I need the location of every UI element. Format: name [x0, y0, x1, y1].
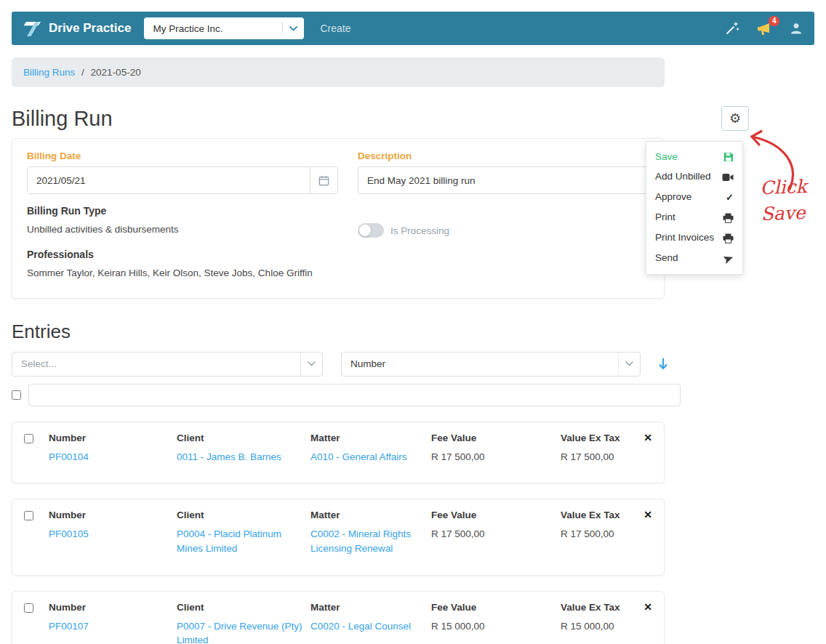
create-menu-item[interactable]: Create: [320, 23, 350, 34]
menu-item-add-unbilled[interactable]: Add Unbilled: [646, 167, 742, 188]
entry-card: Number Client Matter Fee Value Value Ex …: [12, 591, 665, 644]
col-header-value-ex-tax: Value Ex Tax: [561, 510, 635, 520]
entry-value-ex-tax: R 17 500,00: [561, 450, 635, 464]
brand[interactable]: Drive Practice: [23, 20, 131, 37]
breadcrumb-current: 2021-05-20: [91, 67, 141, 78]
menu-item-save[interactable]: Save: [646, 147, 742, 167]
gear-actions-button[interactable]: ⚙: [721, 106, 749, 131]
entries-filters: Select... Number: [12, 352, 814, 377]
entry-value-ex-tax: R 17 500,00: [561, 527, 635, 555]
col-header-number: Number: [49, 432, 171, 443]
col-header-matter: Matter: [310, 510, 425, 520]
entries-title: Entries: [12, 321, 814, 343]
col-header-fee-value: Fee Value: [431, 432, 555, 443]
page-header: Billing Run ⚙ Save Add Unbilled: [12, 106, 749, 131]
entries-search-input[interactable]: [28, 384, 681, 406]
chevron-down-icon: [283, 26, 304, 31]
gear-icon: ⚙: [729, 110, 741, 126]
remove-entry-button[interactable]: ✕: [643, 432, 652, 443]
menu-item-print[interactable]: Print: [646, 208, 742, 228]
is-processing-label: Is Processing: [390, 225, 449, 236]
col-header-fee-value: Fee Value: [431, 602, 555, 613]
billing-run-card: Billing Date Description Billing Run Typ…: [12, 138, 665, 299]
entry-number-link[interactable]: PF00105: [49, 527, 171, 555]
col-header-matter: Matter: [310, 432, 425, 443]
send-paper-plane-icon: [723, 254, 734, 264]
billing-run-type-value: Unbilled activities & disbursements: [27, 223, 338, 238]
toggle-knob: [359, 225, 371, 236]
entry-checkbox[interactable]: [24, 603, 33, 613]
col-header-client: Client: [177, 510, 305, 520]
menu-item-print-invoices[interactable]: Print Invoices: [646, 228, 742, 249]
col-header-client: Client: [177, 432, 305, 443]
professionals-value: Sommer Taylor, Keiran Hills, Keir Olson,…: [27, 267, 649, 281]
breadcrumb: Billing Runs / 2021-05-20: [12, 57, 665, 87]
entries-sort-select[interactable]: Number: [341, 352, 641, 377]
entry-value-ex-tax: R 15 000,00: [561, 619, 635, 644]
entries-filter-select[interactable]: Select...: [12, 352, 323, 377]
professionals-label: Professionals: [27, 249, 649, 260]
notification-count-badge: 4: [769, 16, 779, 26]
save-icon: [723, 152, 734, 162]
select-all-checkbox[interactable]: [12, 390, 21, 400]
billing-date-group: [27, 166, 338, 194]
sort-direction-arrow-icon[interactable]: [659, 358, 667, 370]
breadcrumb-billing-runs-link[interactable]: Billing Runs: [23, 67, 75, 78]
col-header-number: Number: [49, 510, 171, 520]
col-header-value-ex-tax: Value Ex Tax: [561, 432, 635, 443]
entry-fee-value: R 15 000,00: [431, 619, 555, 644]
entry-card: Number Client Matter Fee Value Value Ex …: [12, 499, 665, 575]
top-navbar: Drive Practice My Practice Inc. Create 4: [12, 12, 814, 45]
magic-wand-icon[interactable]: [725, 21, 739, 36]
col-header-client: Client: [177, 602, 305, 613]
brand-name: Drive Practice: [49, 21, 131, 36]
entry-number-link[interactable]: PF00107: [49, 619, 171, 644]
menu-item-approve[interactable]: Approve ✓: [646, 188, 742, 208]
gear-actions-menu: Save Add Unbilled Approve ✓: [646, 141, 743, 275]
entries-search-row: [12, 384, 681, 406]
entry-matter-link[interactable]: C0020 - Legal Counsel: [310, 619, 425, 644]
billing-run-type-label: Billing Run Type: [27, 205, 338, 217]
billing-date-input[interactable]: [28, 167, 310, 193]
user-profile-icon[interactable]: [790, 22, 803, 35]
entry-client-link[interactable]: 0011 - James B. Barnes: [177, 450, 305, 464]
chevron-down-icon: [618, 353, 640, 376]
entry-checkbox[interactable]: [24, 434, 33, 443]
printer-icon: [723, 213, 734, 223]
description-input[interactable]: [358, 166, 649, 194]
chevron-down-icon: [300, 353, 322, 376]
entry-checkbox[interactable]: [24, 511, 33, 520]
entry-client-link[interactable]: P0007 - Drive Revenue (Pty) Limited: [177, 619, 305, 644]
entry-fee-value: R 17 500,00: [431, 527, 555, 555]
practice-selector-value: My Practice Inc.: [153, 23, 222, 34]
col-header-fee-value: Fee Value: [431, 510, 555, 520]
menu-item-send[interactable]: Send: [646, 249, 742, 269]
printer-icon: [723, 233, 734, 243]
entry-client-link[interactable]: P0004 - Placid Platinum Mines Limited: [177, 527, 305, 555]
filter-select-placeholder: Select...: [21, 358, 57, 369]
annotation-note: Click Save: [760, 174, 809, 228]
is-processing-toggle[interactable]: [358, 223, 384, 238]
col-header-number: Number: [49, 602, 171, 613]
page-title: Billing Run: [12, 107, 113, 131]
check-icon: ✓: [726, 190, 734, 205]
col-header-value-ex-tax: Value Ex Tax: [561, 602, 635, 613]
col-header-matter: Matter: [310, 602, 425, 613]
breadcrumb-separator: /: [81, 67, 84, 78]
practice-selector[interactable]: My Practice Inc.: [144, 17, 304, 39]
entry-matter-link[interactable]: C0002 - Mineral Rights Licensing Renewal: [310, 527, 425, 555]
entry-number-link[interactable]: PF00104: [49, 450, 171, 464]
drive-practice-logo-icon: [23, 20, 42, 37]
billing-date-label: Billing Date: [27, 150, 338, 161]
entry-card: Number Client Matter Fee Value Value Ex …: [12, 422, 665, 484]
notifications-megaphone-icon[interactable]: 4: [757, 22, 772, 36]
camera-icon: [722, 173, 734, 182]
entry-matter-link[interactable]: A010 - General Affairs: [310, 450, 425, 464]
calendar-icon[interactable]: [310, 167, 337, 193]
description-label: Description: [358, 150, 649, 161]
sort-select-value: Number: [350, 358, 385, 369]
entry-fee-value: R 17 500,00: [431, 450, 555, 464]
remove-entry-button[interactable]: ✕: [643, 602, 652, 613]
remove-entry-button[interactable]: ✕: [643, 510, 652, 520]
